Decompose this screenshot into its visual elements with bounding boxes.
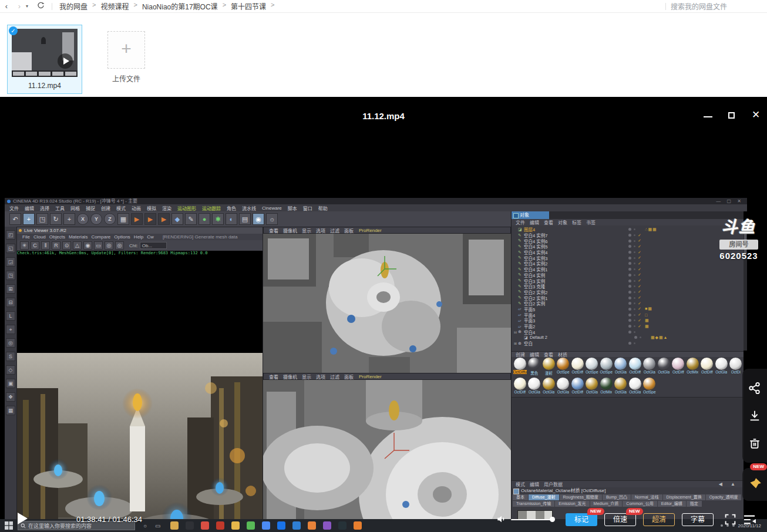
live-viewer-tool-icon: ⊙ <box>62 241 71 250</box>
close-button[interactable]: ✕ <box>752 109 760 121</box>
attribute-tab: Diffuse_漫射 <box>529 494 559 500</box>
live-viewer-tool-icon: ‖ <box>41 241 50 250</box>
object-name: Default 2 <box>530 335 634 340</box>
c4d-tool-icon: + <box>23 213 35 225</box>
material-sphere <box>672 358 684 370</box>
volume-icon[interactable] <box>496 514 507 524</box>
volume-knob[interactable] <box>550 517 555 522</box>
netdisk-search[interactable]: 搜索我的网盘文件 <box>661 1 767 11</box>
forward-icon[interactable]: › <box>13 2 26 11</box>
fullscreen-icon[interactable] <box>724 513 736 526</box>
visibility-dot-icon <box>628 262 631 265</box>
mark-button[interactable]: 标记 <box>566 513 597 526</box>
live-viewer-tool-icon: ◎ <box>105 241 113 250</box>
douyu-logo: 斗鱼 <box>711 214 767 237</box>
quality-button[interactable]: 超清 <box>643 513 675 526</box>
object-manager-tab: 对象 <box>512 211 549 219</box>
material-row: OctDiffu 黑色 漫射 OctSpe OctDiff <box>512 357 744 377</box>
upload-file-button[interactable]: + <box>107 31 145 69</box>
material-name: OctMix <box>687 370 698 374</box>
object-name: 空白 <box>524 340 628 346</box>
video-file-tile[interactable]: ✓ 11.12.mp4 <box>7 25 82 94</box>
object-type-icon: ✎ <box>518 284 524 289</box>
material-name: OctGla <box>615 390 627 394</box>
object-manager-menu-item: 书签 <box>584 219 597 225</box>
speed-button[interactable]: 倍速 <box>604 513 636 526</box>
search-input[interactable]: 搜索我的网盘文件 <box>671 1 727 11</box>
download-icon[interactable] <box>748 409 761 422</box>
visibility-dot-icon <box>634 297 635 299</box>
refresh-icon[interactable] <box>34 2 47 11</box>
thumbnail-art <box>12 52 32 71</box>
plus-icon: + <box>108 39 144 59</box>
object-type-icon: ▱ <box>518 307 524 311</box>
share-icon[interactable] <box>748 382 761 395</box>
c4d-menu-item: 渲染 <box>160 205 174 211</box>
enabled-check-icon: ✓ <box>638 278 645 283</box>
material-name: OctGla <box>658 370 670 374</box>
live-viewer-menu-item: Cloud <box>32 234 48 240</box>
c4d-right-panel: 对象 文件编辑查看对象标签书签 ◪ 图层4 ∴▦▦ <box>511 211 744 532</box>
attribute-nav-arrows: ◀ ▲ <box>719 482 739 487</box>
object-type-icon: ✎ <box>518 250 524 255</box>
enabled-check-icon: ✓ <box>638 324 645 329</box>
enabled-check-icon: ✓ <box>638 289 645 294</box>
attribute-tab: 基本 <box>513 494 528 500</box>
c4d-tool-icon: Y <box>90 213 102 225</box>
c4d-tool-icon: ◆ <box>171 213 183 225</box>
material-sphere <box>658 358 670 370</box>
material-swatch: OctGla <box>642 357 657 377</box>
material-sphere <box>600 358 613 370</box>
object-type-icon: ✎ <box>518 301 524 306</box>
pin-icon[interactable] <box>747 477 762 492</box>
maximize-button[interactable] <box>728 112 735 119</box>
viewport-menu-item: 选项 <box>314 373 327 380</box>
playlist-icon[interactable] <box>742 514 756 526</box>
c4d-side-tool-icon: ❖ <box>6 392 15 402</box>
c4d-menu-item: 模式 <box>114 205 128 211</box>
c4d-menu-item: 动画 <box>129 205 143 211</box>
material-name: OctGla <box>586 390 598 394</box>
live-viewer-tool-icon: ◉ <box>83 241 92 250</box>
live-viewer-tool-icon: ◎ <box>115 241 124 250</box>
visibility-dot-icon <box>634 319 635 321</box>
object-type-icon: ◪ <box>518 227 524 232</box>
c4d-side-tool-icon: ⊟ <box>6 298 15 307</box>
pin-panel: NEW <box>742 468 767 501</box>
subtitle-button[interactable]: 字幕 <box>682 513 714 526</box>
history-dropdown-icon[interactable]: ▾ <box>26 4 34 9</box>
c4d-side-tool-icon: ⌖ <box>6 325 15 334</box>
breadcrumb-item[interactable]: 视频课程 <box>98 1 131 11</box>
panel-empty-area <box>512 397 744 480</box>
c4d-menu-item: 工具 <box>53 205 67 211</box>
material-swatch: OctGla <box>585 377 600 397</box>
material-swatch: OctSpe <box>642 377 657 397</box>
material-swatch: OctGla <box>628 377 642 397</box>
video-player[interactable]: 11.12.mp4 ✕ CINEMA 4D R19.024 Studio (RC… <box>0 97 767 532</box>
object-tree: ◪ 图层4 ∴▦▦ ✎ 空白4 实例7 ✓ <box>512 225 744 351</box>
material-sphere <box>586 378 598 390</box>
material-sphere <box>557 378 569 390</box>
object-manager-menu-item: 文件 <box>514 219 527 225</box>
minimize-button[interactable] <box>704 116 712 117</box>
panel-tab-row: 对象 <box>512 211 744 219</box>
breadcrumb-item[interactable]: NiaoNiao的第17期OC课 <box>140 1 220 11</box>
back-icon[interactable]: ‹ <box>0 2 13 11</box>
render-stats-line: Check.tris:461k, MeshGen:0ms, Update[0],… <box>17 251 263 256</box>
object-type-icon: ✎ <box>518 289 524 294</box>
c4d-window-controls: — ▢ ✕ <box>716 198 744 204</box>
play-button[interactable] <box>18 513 28 524</box>
selected-check-icon[interactable]: ✓ <box>9 26 18 35</box>
object-name: 空白4 <box>524 329 628 335</box>
breadcrumb-item[interactable]: 我的网盘 <box>57 1 90 11</box>
material-sphere <box>614 378 627 390</box>
material-sphere <box>614 358 627 370</box>
enabled-check-icon: ✓ <box>638 301 645 306</box>
c4d-side-tool-icon: ▦ <box>6 406 15 415</box>
breadcrumb-item[interactable]: 第十四节课 <box>228 1 268 11</box>
viewport-menu-bar: 查看摄像机显示选项过滤面板 ProRender <box>263 227 511 234</box>
delete-icon[interactable] <box>748 437 761 450</box>
object-type-icon: ▱ <box>518 312 524 317</box>
material-swatch: OctDiff <box>513 377 527 397</box>
volume-slider[interactable] <box>511 519 552 520</box>
